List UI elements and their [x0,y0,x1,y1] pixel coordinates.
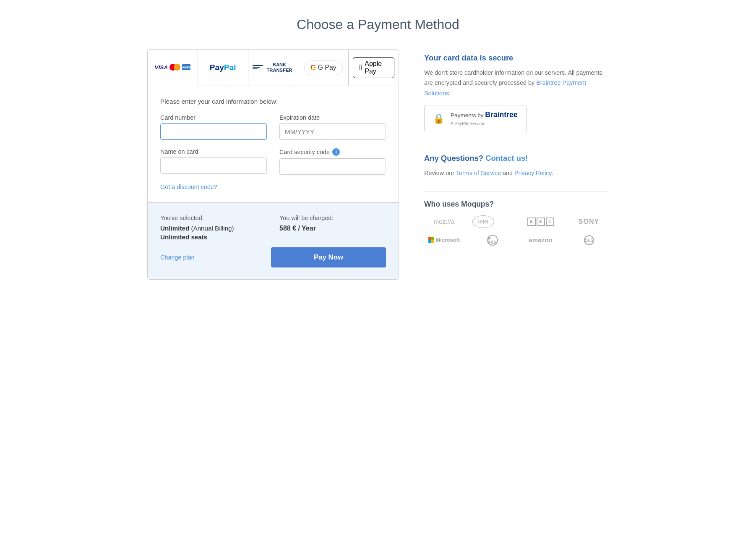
summary-row: You've selected: Unlimited (Annual Billi… [160,215,386,241]
security-group: Card security code i [279,148,386,175]
brand-microsoft: Microsoft [424,234,464,246]
questions-heading: Any Questions? Contact us! [424,154,609,163]
security-label: Card security code [279,149,330,155]
change-plan-link[interactable]: Change plan [160,254,258,261]
paypal-logo: PayPal [210,63,236,72]
tab-bank-transfer[interactable]: BANK TRANSFER [248,50,299,86]
gpay-button: G G Pay [304,60,343,75]
summary-selected: You've selected: Unlimited (Annual Billi… [160,215,267,241]
summary-actions: Change plan Pay Now [160,247,386,267]
plan-name: Unlimited (Annual Billing) [160,225,267,232]
tab-gpay[interactable]: G G Pay [298,50,349,86]
applepay-button:  Apple Pay [353,57,394,78]
form-intro: Please enter your card information below… [160,98,386,105]
security-input[interactable] [279,158,386,175]
card-number-group: Card number [160,114,267,140]
lock-icon: 🔒 [433,113,445,124]
tab-applepay[interactable]:  Apple Pay [349,50,399,86]
plan-billing: (Annual Billing) [191,225,234,232]
charged-label: You will be charged: [279,215,386,221]
summary-section: You've selected: Unlimited (Annual Billi… [148,202,399,279]
gpay-label: G Pay [318,64,336,71]
review-text: Review our Terms of Service and Privacy … [424,168,609,178]
who-uses-section: Who uses Moqups? moz://a intel B B C SON… [424,200,609,246]
questions-section: Any Questions? Contact us! Review our Te… [424,154,609,178]
security-text: We don't store cardholder information on… [424,68,609,98]
privacy-link[interactable]: Privacy Policy [514,170,552,176]
card-number-input[interactable] [160,123,267,140]
name-label: Name on card [160,148,267,155]
security-label-row: Card security code i [279,148,386,156]
applepay-label: Apple Pay [365,60,388,75]
tab-cards[interactable]: VISA AMEX [148,50,198,86]
card-number-label: Card number [160,114,267,121]
visa-icon: VISA [155,64,168,71]
expiration-group: Expiration date [279,114,386,140]
security-heading: Your card data is secure [424,53,609,63]
mastercard-icon [169,64,180,71]
brand-logos-grid: moz://a intel B B C SONY Microsof [424,215,609,246]
expiration-label: Expiration date [279,114,386,121]
brand-lg: ①LG [569,234,609,246]
payment-tabs: VISA AMEX PayPal [148,50,399,86]
brand-bbc: B B C [521,215,560,228]
form-row-1: Card number Expiration date [160,114,386,140]
g-icon: G [310,63,316,72]
braintree-text: Payments by BraintreeA PayPal Service [451,110,518,127]
price: 588 € / Year [279,225,386,232]
bank-transfer-icon: BANK TRANSFER [253,62,294,73]
discount-link[interactable]: Got a discount code? [160,183,217,190]
payment-panel: VISA AMEX PayPal [147,49,399,280]
selected-label: You've selected: [160,215,267,221]
braintree-badge: 🔒 Payments by BraintreeA PayPal Service [424,105,527,132]
card-form: Please enter your card information below… [148,86,399,202]
terms-link[interactable]: Terms of Service [456,170,501,176]
divider-1 [424,145,609,145]
form-row-2: Name on card Card security code i [160,148,386,175]
brand-sony: SONY [569,215,609,228]
main-layout: VISA AMEX PayPal [147,49,609,280]
right-panel: Your card data is secure We don't store … [424,49,609,280]
brand-amazon: amazon [521,234,560,246]
brand-pbs: ▶ PBS [472,234,512,246]
brand-mozilla: moz://a [424,215,464,228]
name-input[interactable] [160,157,267,174]
plan-seats: Unlimited seats [160,233,267,241]
divider-2 [424,191,609,191]
apple-icon:  [359,63,362,72]
amex-icon: AMEX [182,64,190,70]
who-uses-heading: Who uses Moqups? [424,200,609,209]
brand-intel: intel [472,215,494,228]
pay-now-button[interactable]: Pay Now [271,247,386,267]
page-title: Choose a Payment Method [25,17,731,32]
name-group: Name on card [160,148,267,175]
summary-charged: You will be charged: 588 € / Year [279,215,386,241]
card-icons: VISA AMEX [155,64,191,71]
tab-paypal[interactable]: PayPal [198,50,248,86]
security-info-icon[interactable]: i [332,148,340,156]
bank-transfer-label: BANK TRANSFER [265,62,294,73]
expiration-input[interactable] [279,123,386,140]
security-section: Your card data is secure We don't store … [424,53,609,132]
